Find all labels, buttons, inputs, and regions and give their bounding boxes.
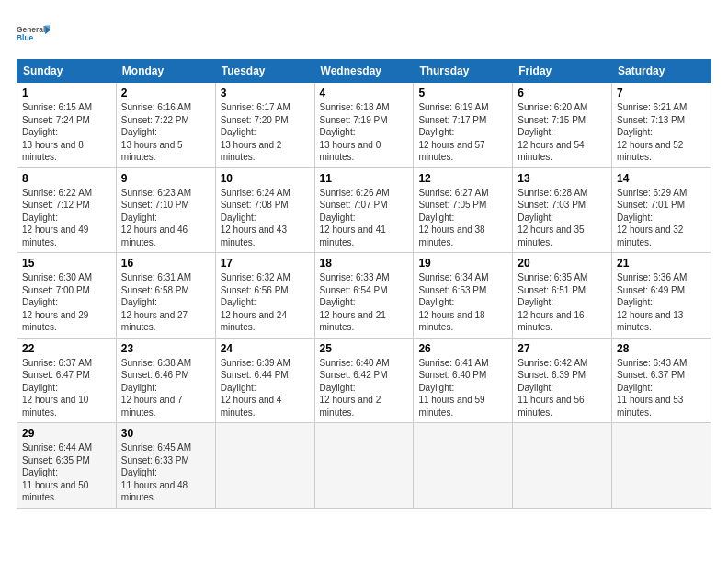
daylight-label: Daylight: 12 hours and 46 minutes. bbox=[121, 213, 188, 247]
sunset-time: 6:54 PM bbox=[353, 285, 387, 295]
sunrise-label: Sunrise: bbox=[320, 272, 356, 282]
day-number: 30 bbox=[121, 427, 210, 440]
daylight-label: Daylight: 12 hours and 32 minutes. bbox=[617, 213, 683, 247]
sunset-time: 6:40 PM bbox=[452, 370, 486, 380]
day-number: 22 bbox=[22, 342, 111, 355]
day-number: 26 bbox=[418, 342, 507, 355]
calendar-cell: 28 Sunrise: 6:43 AM Sunset: 6:37 PM Dayl… bbox=[612, 338, 711, 423]
day-number: 17 bbox=[221, 257, 310, 270]
calendar-week-row: 29 Sunrise: 6:44 AM Sunset: 6:35 PM Dayl… bbox=[17, 423, 711, 509]
day-info: Sunrise: 6:28 AM Sunset: 7:03 PM Dayligh… bbox=[518, 187, 607, 249]
calendar-cell: 1 Sunrise: 6:15 AM Sunset: 7:24 PM Dayli… bbox=[17, 83, 117, 168]
calendar-cell bbox=[215, 423, 314, 509]
day-number: 9 bbox=[121, 172, 210, 185]
day-info: Sunrise: 6:41 AM Sunset: 6:40 PM Dayligh… bbox=[418, 357, 507, 419]
sunrise-label: Sunrise: bbox=[320, 102, 356, 112]
sunrise-label: Sunrise: bbox=[121, 188, 157, 198]
calendar-header-friday: Friday bbox=[513, 60, 612, 83]
sunrise-time: 6:31 AM bbox=[157, 272, 191, 282]
sunset-label: Sunset: bbox=[320, 370, 354, 380]
sunrise-label: Sunrise: bbox=[22, 188, 58, 198]
calendar-cell: 24 Sunrise: 6:39 AM Sunset: 6:44 PM Dayl… bbox=[215, 338, 314, 423]
day-info: Sunrise: 6:15 AM Sunset: 7:24 PM Dayligh… bbox=[22, 101, 111, 164]
page: General Blue SundayMondayTuesdayWednesda… bbox=[0, 0, 728, 563]
sunrise-time: 6:40 AM bbox=[356, 358, 390, 368]
daylight-label: Daylight: 13 hours and 2 minutes. bbox=[221, 127, 282, 162]
day-number: 2 bbox=[121, 86, 210, 99]
calendar-week-row: 8 Sunrise: 6:22 AM Sunset: 7:12 PM Dayli… bbox=[17, 167, 711, 253]
calendar-cell: 15 Sunrise: 6:30 AM Sunset: 7:00 PM Dayl… bbox=[17, 253, 117, 339]
sunrise-time: 6:44 AM bbox=[58, 442, 92, 453]
daylight-label: Daylight: 12 hours and 27 minutes. bbox=[121, 297, 188, 332]
sunset-time: 7:20 PM bbox=[254, 115, 288, 125]
calendar-cell bbox=[612, 423, 711, 509]
sunset-time: 6:33 PM bbox=[155, 455, 189, 465]
sunrise-label: Sunrise: bbox=[22, 272, 58, 282]
daylight-label: Daylight: 12 hours and 2 minutes. bbox=[320, 383, 381, 418]
calendar-header-saturday: Saturday bbox=[612, 60, 711, 83]
daylight-label: Daylight: 11 hours and 50 minutes. bbox=[22, 467, 88, 502]
sunrise-time: 6:45 AM bbox=[157, 442, 191, 453]
sunrise-label: Sunrise: bbox=[121, 442, 157, 453]
svg-text:Blue: Blue bbox=[17, 33, 34, 42]
daylight-label: Daylight: 12 hours and 24 minutes. bbox=[221, 297, 287, 332]
sunset-label: Sunset: bbox=[121, 370, 155, 380]
day-info: Sunrise: 6:30 AM Sunset: 7:00 PM Dayligh… bbox=[22, 271, 111, 334]
sunrise-time: 6:17 AM bbox=[256, 102, 290, 112]
calendar-header-wednesday: Wednesday bbox=[314, 60, 414, 83]
daylight-label: Daylight: 12 hours and 16 minutes. bbox=[518, 297, 584, 332]
sunset-label: Sunset: bbox=[518, 200, 552, 210]
sunrise-time: 6:20 AM bbox=[554, 102, 588, 112]
sunset-time: 6:37 PM bbox=[651, 370, 685, 380]
day-number: 23 bbox=[121, 342, 210, 355]
day-number: 1 bbox=[22, 86, 111, 99]
calendar-cell: 6 Sunrise: 6:20 AM Sunset: 7:15 PM Dayli… bbox=[513, 83, 612, 168]
daylight-label: Daylight: 12 hours and 7 minutes. bbox=[121, 383, 183, 418]
sunrise-time: 6:35 AM bbox=[554, 272, 588, 282]
calendar-cell: 25 Sunrise: 6:40 AM Sunset: 6:42 PM Dayl… bbox=[314, 338, 414, 423]
day-number: 24 bbox=[221, 342, 310, 355]
calendar-cell: 29 Sunrise: 6:44 AM Sunset: 6:35 PM Dayl… bbox=[17, 423, 117, 509]
sunset-label: Sunset: bbox=[221, 200, 255, 210]
sunrise-label: Sunrise: bbox=[418, 358, 454, 368]
day-number: 11 bbox=[320, 172, 409, 185]
sunrise-time: 6:42 AM bbox=[554, 358, 588, 368]
sunrise-time: 6:16 AM bbox=[157, 102, 191, 112]
day-info: Sunrise: 6:31 AM Sunset: 6:58 PM Dayligh… bbox=[121, 271, 210, 334]
sunrise-time: 6:18 AM bbox=[356, 102, 390, 112]
calendar-cell: 5 Sunrise: 6:19 AM Sunset: 7:17 PM Dayli… bbox=[414, 83, 513, 168]
day-number: 8 bbox=[22, 172, 111, 185]
day-number: 25 bbox=[320, 342, 409, 355]
calendar-week-row: 1 Sunrise: 6:15 AM Sunset: 7:24 PM Dayli… bbox=[17, 83, 711, 168]
day-number: 4 bbox=[320, 86, 409, 99]
sunset-label: Sunset: bbox=[320, 200, 354, 210]
svg-text:General: General bbox=[17, 25, 45, 34]
sunset-label: Sunset: bbox=[418, 200, 452, 210]
sunrise-time: 6:28 AM bbox=[554, 188, 588, 198]
daylight-label: Daylight: 12 hours and 43 minutes. bbox=[221, 213, 287, 247]
daylight-label: Daylight: 11 hours and 59 minutes. bbox=[418, 383, 484, 418]
daylight-label: Daylight: 13 hours and 0 minutes. bbox=[320, 127, 381, 162]
sunset-label: Sunset: bbox=[320, 285, 354, 295]
sunset-time: 6:49 PM bbox=[651, 285, 685, 295]
day-info: Sunrise: 6:38 AM Sunset: 6:46 PM Dayligh… bbox=[121, 357, 210, 419]
sunset-time: 6:46 PM bbox=[155, 370, 189, 380]
calendar-cell: 19 Sunrise: 6:34 AM Sunset: 6:53 PM Dayl… bbox=[414, 253, 513, 339]
sunset-time: 6:42 PM bbox=[353, 370, 387, 380]
day-info: Sunrise: 6:26 AM Sunset: 7:07 PM Dayligh… bbox=[320, 187, 409, 249]
daylight-label: Daylight: 11 hours and 48 minutes. bbox=[121, 467, 188, 502]
daylight-label: Daylight: 11 hours and 53 minutes. bbox=[617, 383, 683, 418]
calendar-header-row: SundayMondayTuesdayWednesdayThursdayFrid… bbox=[17, 60, 711, 83]
day-info: Sunrise: 6:37 AM Sunset: 6:47 PM Dayligh… bbox=[22, 357, 111, 419]
daylight-label: Daylight: 12 hours and 18 minutes. bbox=[418, 297, 484, 332]
sunrise-label: Sunrise: bbox=[418, 102, 454, 112]
daylight-label: Daylight: 12 hours and 29 minutes. bbox=[22, 297, 88, 332]
sunset-label: Sunset: bbox=[518, 285, 552, 295]
sunset-label: Sunset: bbox=[22, 200, 56, 210]
sunset-time: 7:24 PM bbox=[56, 115, 90, 125]
calendar-cell: 4 Sunrise: 6:18 AM Sunset: 7:19 PM Dayli… bbox=[314, 83, 414, 168]
calendar-header-tuesday: Tuesday bbox=[215, 60, 314, 83]
sunset-time: 7:00 PM bbox=[56, 285, 90, 295]
sunset-time: 7:13 PM bbox=[651, 115, 685, 125]
sunset-time: 6:47 PM bbox=[56, 370, 90, 380]
